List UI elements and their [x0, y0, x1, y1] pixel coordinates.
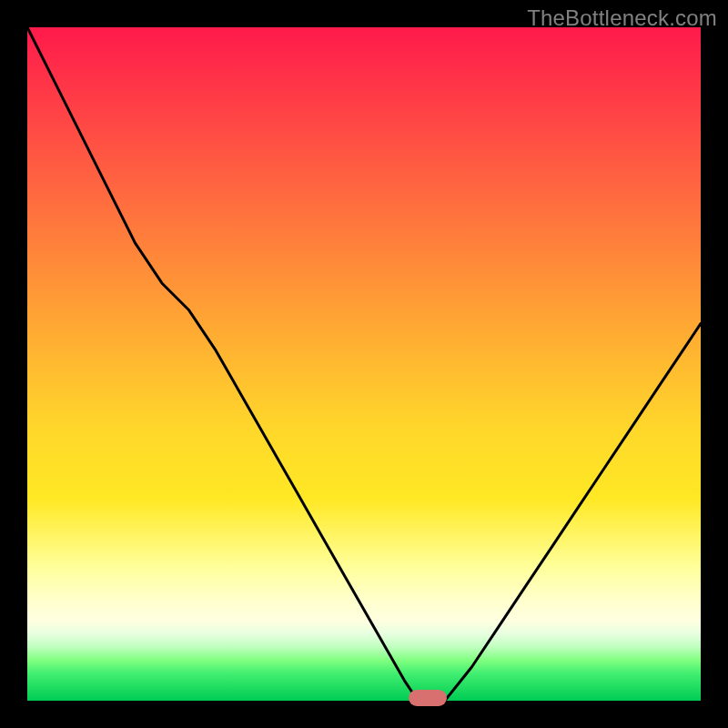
bottleneck-curve [27, 27, 701, 701]
watermark-text: TheBottleneck.com [527, 5, 717, 31]
optimum-marker [409, 690, 447, 706]
chart-frame: TheBottleneck.com [0, 0, 728, 728]
plot-area [27, 27, 701, 701]
